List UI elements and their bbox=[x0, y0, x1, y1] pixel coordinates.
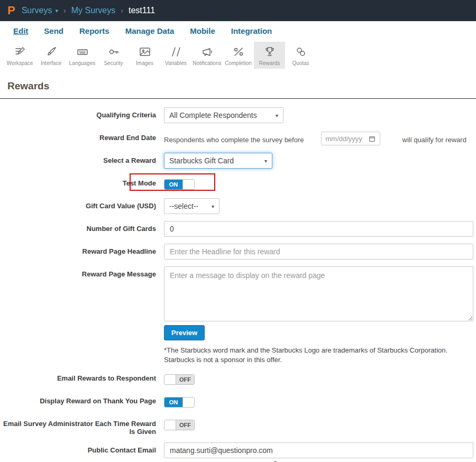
menu-item-edit[interactable]: Edit bbox=[5, 21, 36, 40]
images-icon bbox=[139, 45, 151, 58]
menu-item-send[interactable]: Send bbox=[36, 21, 71, 40]
date-placeholder: mm/dd/yyyy bbox=[326, 135, 362, 143]
field-label: Email Survey Administrator Each Time Rew… bbox=[0, 416, 164, 436]
page-title: Rewards bbox=[0, 72, 476, 98]
email-rewards-row: Email Rewards to Respondent OFF bbox=[0, 371, 476, 386]
breadcrumb-separator-icon: › bbox=[118, 6, 125, 15]
number-gift-cards-row: Number of Gift Cards bbox=[0, 221, 476, 237]
notifications-icon bbox=[201, 45, 214, 58]
toggle-knob bbox=[164, 420, 176, 430]
menu-item-manage-data[interactable]: Manage Data bbox=[117, 21, 182, 40]
breadcrumb-surveys[interactable]: Surveys bbox=[22, 6, 52, 15]
reward-message-textarea[interactable] bbox=[164, 266, 473, 321]
tool-workspace[interactable]: Workspace bbox=[4, 42, 35, 69]
select-value: Starbucks Gift Card bbox=[169, 156, 234, 165]
preview-row: Preview bbox=[0, 325, 476, 340]
toggle-knob bbox=[182, 180, 194, 189]
top-header: P Surveys ▾ › My Surveys › test111 bbox=[0, 0, 476, 21]
toggle-on-label: ON bbox=[164, 180, 182, 189]
breadcrumb-my-surveys[interactable]: My Surveys bbox=[71, 6, 116, 15]
field-label: Reward End Date bbox=[0, 130, 164, 142]
preview-button[interactable]: Preview bbox=[164, 325, 205, 340]
tool-label: Security bbox=[104, 60, 123, 66]
toggle-knob bbox=[182, 398, 194, 407]
settings-toolbar: Workspace Interface Languages Security I… bbox=[0, 40, 476, 72]
tool-label: Workspace bbox=[7, 60, 33, 66]
rewards-form: Qualifying Criteria All Complete Respond… bbox=[0, 99, 476, 462]
email-admin-toggle[interactable]: OFF bbox=[164, 420, 195, 430]
date-prefix-text: Respondents who complete the survey befo… bbox=[164, 132, 304, 144]
menu-item-reports[interactable]: Reports bbox=[71, 21, 117, 40]
tool-label: Interface bbox=[41, 60, 61, 66]
security-icon bbox=[107, 45, 120, 58]
display-reward-row: Display Reward on Thank You Page ON bbox=[0, 393, 476, 409]
tool-rewards[interactable]: Rewards bbox=[254, 42, 285, 69]
field-label: Email Rewards to Respondent bbox=[0, 371, 164, 382]
menu-item-integration[interactable]: Integration bbox=[223, 21, 280, 40]
variables-icon bbox=[170, 45, 182, 58]
field-label: Display Reward on Thank You Page bbox=[0, 393, 164, 405]
tool-label: Completion bbox=[225, 60, 252, 66]
menu-item-mobile[interactable]: Mobile bbox=[182, 21, 223, 40]
tool-languages[interactable]: Languages bbox=[67, 42, 98, 69]
number-gift-cards-input[interactable] bbox=[164, 221, 473, 237]
field-label: Test Mode bbox=[0, 175, 164, 187]
date-suffix-text: will qualify for reward bbox=[402, 132, 466, 144]
rewards-icon bbox=[263, 45, 276, 58]
tool-label: Variables bbox=[165, 60, 187, 66]
test-mode-row: Test Mode ON bbox=[0, 175, 476, 191]
gift-card-value-select[interactable]: --select-- ▾ bbox=[164, 198, 219, 214]
tool-variables[interactable]: Variables bbox=[160, 42, 191, 69]
workspace-icon bbox=[14, 45, 26, 58]
reward-end-date-row: Reward End Date Respondents who complete… bbox=[0, 130, 476, 146]
tool-images[interactable]: Images bbox=[129, 42, 160, 69]
display-reward-toggle[interactable]: ON bbox=[164, 397, 195, 408]
breadcrumb: Surveys ▾ › My Surveys › test111 bbox=[22, 6, 155, 15]
headline-row: Reward Page Headline bbox=[0, 244, 476, 260]
tool-interface[interactable]: Interface bbox=[35, 42, 67, 69]
calendar-icon[interactable] bbox=[369, 135, 376, 142]
toggle-on-label: ON bbox=[164, 398, 182, 407]
field-label: Reward Page Message bbox=[0, 266, 164, 278]
languages-icon bbox=[76, 45, 89, 58]
interface-icon bbox=[45, 45, 58, 58]
message-row: Reward Page Message bbox=[0, 266, 476, 321]
test-mode-toggle[interactable]: ON bbox=[164, 179, 195, 190]
field-label: Public Contact Email bbox=[0, 442, 164, 454]
tool-security[interactable]: Security bbox=[98, 42, 129, 69]
main-menu: Edit Send Reports Manage Data Mobile Int… bbox=[0, 21, 476, 40]
questionpro-logo[interactable]: P bbox=[7, 5, 15, 16]
caret-down-icon: ▾ bbox=[264, 158, 267, 164]
starbucks-disclaimer: *The Starbucks word mark and the Starbuc… bbox=[164, 346, 473, 364]
field-label: Gift Card Value (USD) bbox=[0, 198, 164, 210]
field-label: Select a Reward bbox=[0, 153, 164, 164]
public-email-row: Public Contact Email This will be shown … bbox=[0, 442, 476, 462]
tool-label: Notifications bbox=[193, 60, 221, 66]
reward-headline-input[interactable] bbox=[164, 244, 473, 260]
select-value: All Complete Respondents bbox=[169, 111, 257, 119]
quotas-icon bbox=[295, 45, 307, 58]
field-label: Number of Gift Cards bbox=[0, 221, 164, 233]
chevron-down-icon[interactable]: ▾ bbox=[55, 7, 58, 14]
breadcrumb-separator-icon: › bbox=[61, 6, 68, 15]
select-reward-row: Select a Reward Starbucks Gift Card ▾ bbox=[0, 153, 476, 169]
email-admin-row: Email Survey Administrator Each Time Rew… bbox=[0, 416, 476, 436]
field-label: Reward Page Headline bbox=[0, 244, 164, 255]
caret-down-icon: ▾ bbox=[276, 113, 278, 118]
tool-completion[interactable]: Completion bbox=[223, 42, 254, 69]
email-rewards-toggle[interactable]: OFF bbox=[164, 374, 195, 385]
tool-notifications[interactable]: Notifications bbox=[191, 42, 223, 69]
public-contact-email-input[interactable] bbox=[164, 442, 473, 458]
caret-down-icon: ▾ bbox=[212, 204, 214, 209]
qualifying-criteria-row: Qualifying Criteria All Complete Respond… bbox=[0, 107, 476, 123]
reward-end-date-input[interactable]: mm/dd/yyyy bbox=[321, 132, 380, 145]
completion-icon bbox=[232, 45, 245, 58]
qualifying-criteria-select[interactable]: All Complete Respondents ▾ bbox=[164, 107, 283, 123]
toggle-off-label: OFF bbox=[176, 420, 194, 430]
toggle-off-label: OFF bbox=[176, 375, 194, 384]
disclaimer-row: *The Starbucks word mark and the Starbuc… bbox=[0, 345, 476, 364]
select-value: --select-- bbox=[169, 202, 198, 210]
tool-label: Rewards bbox=[259, 60, 280, 66]
tool-quotas[interactable]: Quotas bbox=[285, 42, 316, 69]
select-reward-select[interactable]: Starbucks Gift Card ▾ bbox=[164, 153, 272, 169]
